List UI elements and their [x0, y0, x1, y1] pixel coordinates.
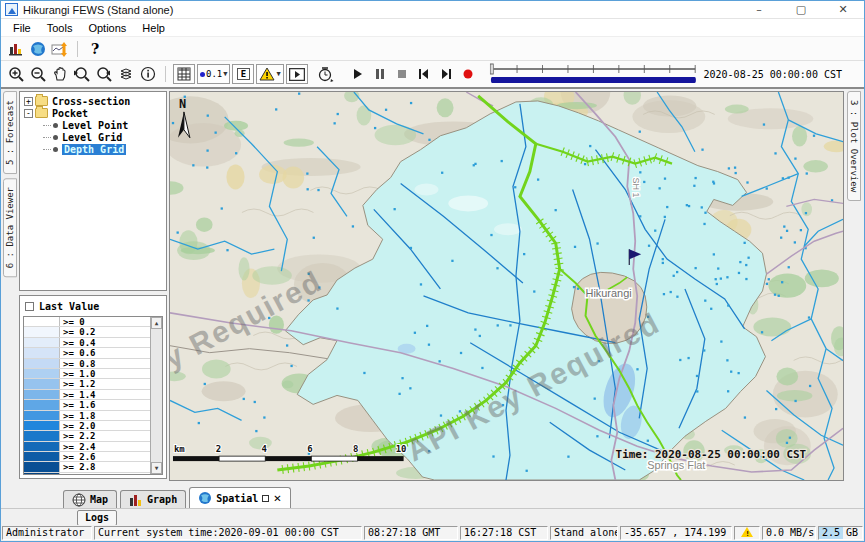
set-time-icon[interactable] — [315, 64, 337, 84]
legend-scrollbar[interactable]: ▲ ▼ — [150, 317, 162, 474]
time-span-bar[interactable] — [491, 77, 696, 83]
slider-handle[interactable] — [490, 64, 493, 74]
tree-label: Pocket — [52, 108, 88, 119]
color-swatch — [24, 379, 60, 388]
legend-item[interactable]: >= 0 — [24, 317, 150, 327]
layers-icon[interactable] — [115, 64, 137, 84]
color-swatch — [24, 421, 60, 430]
menu-options[interactable]: Options — [80, 21, 134, 35]
maximize-button[interactable]: ▢ — [780, 1, 822, 18]
contour-dot-icon — [200, 72, 205, 77]
close-tab-icon[interactable]: ✕ — [273, 493, 281, 504]
warning-triangle-icon — [259, 67, 275, 81]
color-swatch — [24, 473, 60, 474]
menu-file[interactable]: File — [5, 21, 39, 35]
legend-list: >= 0 >= 0.2 >= 0.4 >= 0.6 >= 0.8 >= 1.0 … — [23, 316, 163, 475]
tab-graph[interactable]: Graph — [120, 490, 186, 508]
info-icon[interactable] — [137, 64, 159, 84]
menu-help[interactable]: Help — [134, 21, 173, 35]
thresholds-dropdown[interactable]: ▼ — [256, 64, 283, 84]
label-toggle-button[interactable]: E — [232, 64, 254, 84]
explorer-chart-icon[interactable] — [5, 39, 27, 59]
folder-icon — [35, 96, 48, 106]
legend-item[interactable]: >= 3.0 — [24, 473, 150, 474]
layer-tree: + Cross-section - Pocket Level Point — [19, 91, 167, 291]
timeseries-dialog-icon[interactable] — [49, 39, 71, 59]
menu-tools[interactable]: Tools — [39, 21, 81, 35]
play-button[interactable] — [347, 64, 369, 84]
tree-connector — [43, 137, 51, 138]
color-swatch — [24, 348, 60, 357]
tree-node-pocket[interactable]: - Pocket — [21, 107, 165, 119]
legend-item[interactable]: >= 1.8 — [24, 411, 150, 421]
color-swatch — [24, 431, 60, 440]
legend-item[interactable]: >= 0.2 — [24, 327, 150, 337]
legend-item[interactable]: >= 0.6 — [24, 348, 150, 358]
pan-hand-icon[interactable] — [49, 64, 71, 84]
legend-item[interactable]: >= 2.8 — [24, 462, 150, 472]
legend-item[interactable]: >= 1.0 — [24, 369, 150, 379]
status-warning[interactable] — [734, 526, 760, 540]
undock-icon[interactable] — [262, 495, 269, 502]
legend-item[interactable]: >= 2.4 — [24, 442, 150, 452]
color-swatch — [24, 317, 60, 326]
logs-button[interactable]: Logs — [77, 510, 117, 526]
help-button[interactable]: ? — [84, 39, 106, 59]
right-tab-strip: 3 : Plot Overview — [844, 91, 864, 485]
status-mode: Stand alone — [550, 526, 618, 540]
layer-bullet-icon — [53, 147, 58, 152]
tree-label: Level Grid — [62, 132, 122, 143]
road-label: SH 1 — [631, 178, 641, 198]
expand-icon[interactable]: + — [24, 97, 33, 106]
stop-button[interactable] — [391, 64, 413, 84]
spatial-globe-icon[interactable] — [27, 39, 49, 59]
close-button[interactable]: ✕ — [822, 1, 864, 18]
pause-button[interactable] — [369, 64, 391, 84]
chevron-down-icon: ▼ — [276, 70, 280, 78]
map-time-label: Time: 2020-08-25 00:00:00 CST — [616, 448, 807, 461]
window-title: Hikurangi FEWS (Stand alone) — [23, 4, 173, 16]
legend-item[interactable]: >= 0.8 — [24, 359, 150, 369]
grid-display-icon[interactable] — [173, 64, 195, 84]
zoom-out-icon[interactable] — [27, 64, 49, 84]
scroll-up-icon[interactable]: ▲ — [151, 317, 162, 329]
last-value-row[interactable]: Last Value — [23, 299, 163, 314]
tree-connector — [43, 149, 51, 150]
last-value-checkbox[interactable] — [25, 302, 34, 311]
color-swatch — [24, 462, 60, 471]
tab-map[interactable]: Map — [63, 490, 117, 508]
layer-bullet-icon — [53, 123, 58, 128]
tab-spatial[interactable]: Spatial ✕ — [189, 487, 291, 508]
record-button[interactable] — [457, 64, 479, 84]
animation-dialog-icon[interactable] — [286, 64, 308, 84]
tab-forecast[interactable]: 5 : Forecast — [3, 91, 17, 174]
contour-threshold-dropdown[interactable]: 0.1 ▼ — [197, 64, 230, 84]
tab-data-viewer[interactable]: 6 : Data Viewer — [3, 178, 17, 277]
legend-item[interactable]: >= 2.2 — [24, 431, 150, 441]
collapse-icon[interactable]: - — [24, 109, 33, 118]
zoom-next-icon[interactable] — [93, 64, 115, 84]
legend-item[interactable]: >= 1.2 — [24, 379, 150, 389]
legend-item[interactable]: >= 1.4 — [24, 390, 150, 400]
scroll-down-icon[interactable]: ▼ — [151, 462, 162, 474]
legend-item[interactable]: >= 2.0 — [24, 421, 150, 431]
map-canvas[interactable]: API Key Required API Key Required Hikura… — [169, 91, 844, 481]
tree-node-level-grid[interactable]: Level Grid — [43, 131, 165, 143]
tree-node-depth-grid[interactable]: Depth Grid — [43, 143, 165, 155]
app-logo-icon — [5, 3, 18, 16]
tab-plot-overview[interactable]: 3 : Plot Overview — [847, 91, 861, 201]
legend-item[interactable]: >= 0.4 — [24, 338, 150, 348]
legend-item[interactable]: >= 1.6 — [24, 400, 150, 410]
title-bar[interactable]: Hikurangi FEWS (Stand alone) – ▢ ✕ — [1, 1, 864, 19]
zoom-previous-icon[interactable] — [71, 64, 93, 84]
minimize-button[interactable]: – — [738, 1, 780, 18]
time-slider[interactable] — [489, 61, 698, 87]
tree-node-level-point[interactable]: Level Point — [43, 119, 165, 131]
zoom-in-icon[interactable] — [5, 64, 27, 84]
legend-item[interactable]: >= 2.6 — [24, 452, 150, 462]
step-forward-button[interactable] — [435, 64, 457, 84]
step-back-button[interactable] — [413, 64, 435, 84]
tree-label: Level Point — [62, 120, 128, 131]
status-memory[interactable]: 2.5 GB — [818, 526, 863, 540]
tree-label-selected: Depth Grid — [62, 144, 126, 155]
